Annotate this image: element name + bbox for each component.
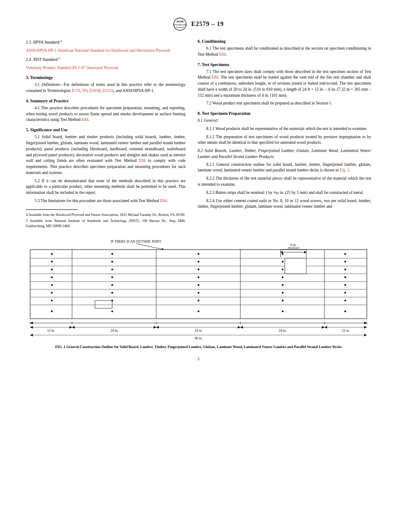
e84-ref-4[interactable]: E84 — [219, 52, 226, 57]
svg-point-38 — [111, 284, 113, 286]
svg-point-29 — [51, 276, 53, 278]
svg-point-58 — [344, 253, 346, 255]
para-5-3: 5.3 The limitations for this procedure a… — [26, 198, 186, 204]
section-7-heading: 7. Test Specimens — [198, 62, 371, 67]
e176-link[interactable]: E176 — [72, 89, 80, 93]
nist-standard-link[interactable]: Voluntary Product Standard PS 1-07 Struc… — [26, 66, 118, 70]
svg-point-46 — [198, 284, 199, 286]
svg-point-64 — [344, 300, 346, 301]
svg-point-63 — [344, 292, 346, 294]
svg-marker-87 — [238, 326, 240, 329]
para-5-2: 5.2 If it can be demonstrated that none … — [26, 178, 186, 196]
svg-marker-13 — [280, 251, 283, 253]
document-title: E2579 – 19 — [191, 21, 224, 28]
d1038-link[interactable]: D1038 — [89, 89, 101, 93]
svg-point-50 — [282, 253, 284, 255]
svg-point-28 — [51, 269, 53, 270]
svg-text:ASTM: ASTM — [176, 20, 183, 23]
svg-point-56 — [282, 300, 284, 301]
para-6-1: 6.1 The test specimens shall be conditio… — [198, 46, 371, 58]
svg-point-36 — [111, 269, 113, 270]
left-column: 2.3 HPVA Standard:4 ANSI/HPVA HP-1 Ameri… — [26, 39, 186, 230]
fig1-ref[interactable]: Fig. 1 — [340, 168, 349, 172]
para-4-1: 4.1 This practice describes procedures f… — [26, 105, 186, 123]
para-7-2: 7.2 Wood product test specimens shall be… — [198, 101, 371, 107]
svg-point-59 — [344, 261, 346, 263]
svg-text:IF THERE IS AN OUTSIDE JOINT: IF THERE IS AN OUTSIDE JOINT — [110, 240, 161, 244]
section-2-4: 2.4 NIST Standard:5 Voluntary Product St… — [26, 56, 186, 71]
astm-logo: ASTM INTERNATIONAL — [173, 17, 187, 31]
svg-point-44 — [198, 269, 199, 270]
svg-marker-86 — [156, 326, 159, 329]
svg-point-65 — [344, 310, 346, 312]
e84-ref-1[interactable]: E84 — [82, 117, 88, 122]
section-8-ref[interactable]: 8 — [329, 101, 331, 105]
svg-marker-95 — [364, 326, 367, 329]
footnote-divider — [26, 209, 78, 210]
svg-marker-69 — [30, 322, 33, 324]
d9-link[interactable]: D9 — [82, 89, 88, 93]
content-columns: 2.3 HPVA Standard:4 ANSI/HPVA HP-1 Ameri… — [26, 39, 371, 230]
svg-point-42 — [198, 253, 199, 255]
svg-marker-94 — [325, 326, 327, 329]
svg-line-5 — [136, 244, 164, 250]
svg-point-47 — [198, 292, 199, 294]
svg-point-39 — [111, 292, 113, 294]
para-2-3-number: 2.3 HPVA Standard:4 — [26, 39, 186, 46]
para-7-1: 7.1 The test specimen sizes shall comply… — [198, 69, 371, 99]
e84-ref-2[interactable]: E84 — [139, 158, 145, 163]
svg-point-48 — [198, 300, 199, 301]
section-2-3: 2.3 HPVA Standard:4 ANSI/HPVA HP-1 Ameri… — [26, 39, 186, 54]
svg-text:24 in.: 24 in. — [195, 329, 202, 332]
figure-1-drawing: IF THERE IS AN OUTSIDE JOINT 6 in. minim… — [26, 237, 371, 340]
svg-point-30 — [51, 284, 53, 286]
svg-point-45 — [198, 276, 199, 278]
svg-marker-83 — [154, 326, 156, 329]
svg-point-26 — [51, 253, 53, 255]
para-8-2-1: 8.2.1 General construction outline for s… — [198, 162, 371, 174]
para-8-2-2: 8.2.2 The thickness of the test material… — [198, 176, 371, 188]
svg-point-60 — [344, 269, 346, 270]
para-8-1-1: 8.1.1 Wood products shall be representat… — [198, 126, 371, 132]
figure-1-section: IF THERE IS AN OUTSIDE JOINT 6 in. minim… — [26, 237, 371, 350]
svg-point-55 — [282, 292, 284, 294]
svg-point-53 — [282, 276, 284, 278]
sub-8-1: 8.1 General: — [198, 118, 371, 124]
svg-point-51 — [282, 261, 284, 263]
svg-marker-91 — [322, 326, 325, 329]
svg-marker-14 — [304, 251, 306, 253]
svg-marker-90 — [240, 326, 243, 329]
svg-point-35 — [111, 261, 113, 263]
svg-point-27 — [51, 261, 53, 263]
svg-point-62 — [344, 284, 346, 286]
e84-ref-3[interactable]: E84 — [160, 199, 167, 203]
footnote-4: 4 Available from the Hardwood Plywood an… — [26, 212, 186, 217]
section-8-heading: 8. Test Specimen Preparation — [198, 111, 371, 116]
e84-ref-5[interactable]: E84 — [212, 75, 218, 79]
svg-point-54 — [282, 284, 284, 286]
svg-text:INTERNATIONAL: INTERNATIONAL — [173, 24, 187, 26]
ansi-hpva-link[interactable]: ANSI/HPVA HP-1 American National Standar… — [26, 48, 170, 53]
svg-rect-67 — [285, 258, 306, 274]
svg-point-31 — [51, 292, 53, 294]
svg-point-37 — [111, 276, 113, 278]
para-8-2-4: 8.2.4 Use either cement coated nails or … — [198, 198, 371, 210]
d1554-link[interactable]: D1554 — [103, 89, 114, 93]
para-3-1: 3.1 Definitions—For definitions of terms… — [26, 82, 186, 94]
figure-1-caption: FIG. 1 General Construction Outline for … — [26, 345, 371, 350]
svg-point-33 — [51, 310, 53, 312]
para-8-1-2: 8.1.2 The preparation of test specimens … — [198, 134, 371, 146]
page-number: 2 — [26, 357, 371, 361]
svg-point-57 — [282, 310, 284, 312]
svg-rect-66 — [95, 301, 112, 308]
section-3-heading: 3. Terminology — [26, 75, 186, 80]
svg-marker-79 — [69, 326, 72, 329]
svg-text:12 in.: 12 in. — [47, 329, 55, 332]
right-column: 6. Conditioning 6.1 The test specimens s… — [198, 39, 371, 230]
page: ASTM INTERNATIONAL E2579 – 19 2.3 HPVA S… — [0, 0, 397, 532]
svg-text:96 in.: 96 in. — [195, 336, 202, 340]
svg-point-34 — [111, 253, 113, 255]
section-6-heading: 6. Conditioning — [198, 39, 371, 44]
svg-point-32 — [51, 300, 53, 301]
section-5-heading: 5. Significance and Use — [26, 127, 186, 132]
